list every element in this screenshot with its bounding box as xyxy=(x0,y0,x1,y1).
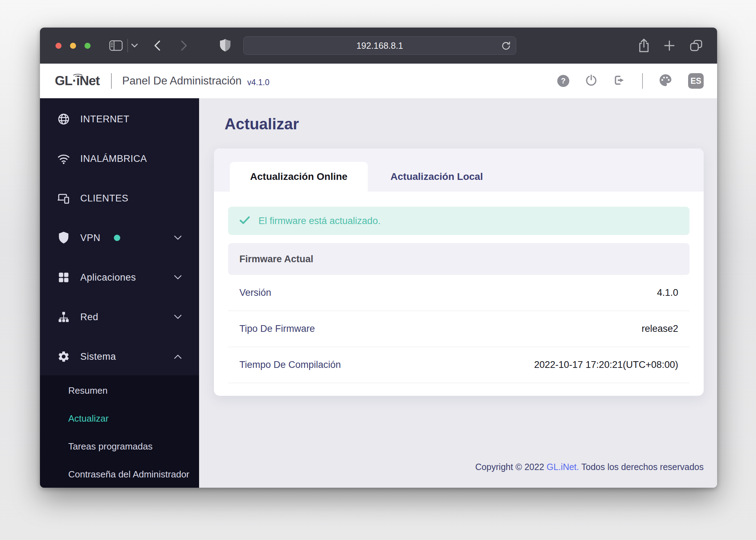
logout-icon[interactable] xyxy=(613,74,627,88)
new-tab-icon[interactable] xyxy=(664,28,675,64)
help-icon[interactable]: ? xyxy=(557,75,569,87)
copyright-text: Copyright © 2022 xyxy=(475,462,547,472)
sidebar-item-label: INTERNET xyxy=(80,114,129,125)
privacy-shield-icon[interactable] xyxy=(219,28,232,64)
chevron-down-icon[interactable] xyxy=(131,28,138,64)
page-title: Actualizar xyxy=(214,114,704,134)
row-value: release2 xyxy=(641,323,678,334)
browser-toolbar: 192.168.8.1 xyxy=(40,28,717,64)
url-text: 192.168.8.1 xyxy=(356,41,403,51)
sidebar-item-internet[interactable]: INTERNET xyxy=(40,99,199,139)
browser-window: 192.168.8.1 xyxy=(40,28,717,488)
sidebar-item-label: Red xyxy=(80,312,98,323)
rights-text: Todos los derechos reservados xyxy=(579,462,704,472)
back-button[interactable] xyxy=(154,28,161,64)
toolbar-divider xyxy=(127,39,128,52)
row-label: Tipo De Firmware xyxy=(239,323,315,334)
header-actions: ? ES xyxy=(557,64,704,98)
submenu-item-contrasena-administrador[interactable]: Contraseña del Administrador xyxy=(40,460,199,488)
close-window-button[interactable] xyxy=(56,43,62,49)
reboot-icon[interactable] xyxy=(585,74,598,88)
apps-grid-icon xyxy=(56,271,71,283)
panel-title: Panel De Administración xyxy=(122,75,242,87)
sidebar-item-sistema[interactable]: Sistema xyxy=(40,337,199,376)
reload-icon[interactable] xyxy=(501,41,511,53)
sidebar-item-vpn[interactable]: VPN xyxy=(40,218,199,258)
minimize-window-button[interactable] xyxy=(70,43,76,49)
share-icon[interactable] xyxy=(638,28,650,64)
panel-version: v4.1.0 xyxy=(247,78,269,87)
copyright-footer: Copyright © 2022 GL.iNet. Todos los dere… xyxy=(475,462,704,472)
tab-bar: Actualización Online Actualización Local xyxy=(214,148,704,192)
sidebar-toggle-icon[interactable] xyxy=(109,28,123,64)
shield-icon xyxy=(56,231,71,245)
submenu-item-tareas-programadas[interactable]: Tareas programadas xyxy=(40,433,199,460)
zoom-window-button[interactable] xyxy=(85,43,91,49)
sidebar: INTERNET INALÁMBRICA xyxy=(40,98,199,488)
sidebar-item-label: CLIENTES xyxy=(80,193,128,204)
forward-button[interactable] xyxy=(181,28,187,64)
alert-message: El firmware está actualizado. xyxy=(258,216,380,227)
language-badge[interactable]: ES xyxy=(688,73,704,89)
header-divider xyxy=(111,73,112,89)
wifi-icon xyxy=(56,153,71,165)
network-icon xyxy=(56,311,71,323)
update-card: Actualización Online Actualización Local… xyxy=(214,148,704,396)
table-row-version: Versión 4.1.0 xyxy=(228,275,690,311)
main-content: Actualizar Actualización Online Actualiz… xyxy=(199,98,717,488)
row-value: 2022-10-17 17:20:21(UTC+08:00) xyxy=(534,359,678,370)
app-header: GL·i Net Panel De Administración v4.1.0 … xyxy=(40,64,717,98)
submenu-item-resumen[interactable]: Resumen xyxy=(40,377,199,405)
address-bar[interactable]: 192.168.8.1 xyxy=(243,36,516,55)
chevron-down-icon xyxy=(174,275,182,280)
glinet-link[interactable]: GL.iNet. xyxy=(547,462,579,472)
sidebar-item-aplicaciones[interactable]: Aplicaciones xyxy=(40,258,199,297)
tab-actualizacion-online[interactable]: Actualización Online xyxy=(230,162,368,192)
sidebar-item-label: INALÁMBRICA xyxy=(80,153,147,164)
sidebar-item-clientes[interactable]: CLIENTES xyxy=(40,178,199,218)
chevron-down-icon xyxy=(174,314,182,320)
check-icon xyxy=(239,216,250,226)
row-label: Versión xyxy=(239,287,271,298)
sidebar-item-red[interactable]: Red xyxy=(40,297,199,337)
glinet-logo: GL·i Net xyxy=(55,74,100,88)
table-row-compile-time: Tiempo De Compilación 2022-10-17 17:20:2… xyxy=(228,347,690,383)
firmware-uptodate-alert: El firmware está actualizado. xyxy=(228,207,690,235)
row-label: Tiempo De Compilación xyxy=(239,359,341,370)
sidebar-item-label: Aplicaciones xyxy=(80,272,136,283)
gear-icon xyxy=(56,350,71,363)
sistema-submenu: Resumen Actualizar Tareas programadas Co… xyxy=(40,375,199,488)
row-value: 4.1.0 xyxy=(657,287,678,298)
header-actions-divider xyxy=(642,73,643,89)
theme-palette-icon[interactable] xyxy=(658,73,673,89)
firmware-section-header: Firmware Actual xyxy=(228,243,690,275)
logo-wifi-arcs-icon xyxy=(72,66,84,81)
sidebar-item-inalambrica[interactable]: INALÁMBRICA xyxy=(40,139,199,178)
submenu-item-actualizar[interactable]: Actualizar xyxy=(40,405,199,433)
devices-icon xyxy=(56,192,71,204)
globe-icon xyxy=(56,113,71,125)
window-controls xyxy=(56,28,91,64)
chevron-up-icon xyxy=(174,354,182,359)
vpn-status-dot xyxy=(114,235,120,241)
tab-overview-icon[interactable] xyxy=(690,28,703,64)
table-row-firmware-type: Tipo De Firmware release2 xyxy=(228,311,690,347)
tab-actualizacion-local[interactable]: Actualización Local xyxy=(368,162,506,192)
sidebar-item-label: Sistema xyxy=(80,351,116,362)
sidebar-item-label: VPN xyxy=(80,233,100,243)
chevron-down-icon xyxy=(174,235,182,241)
